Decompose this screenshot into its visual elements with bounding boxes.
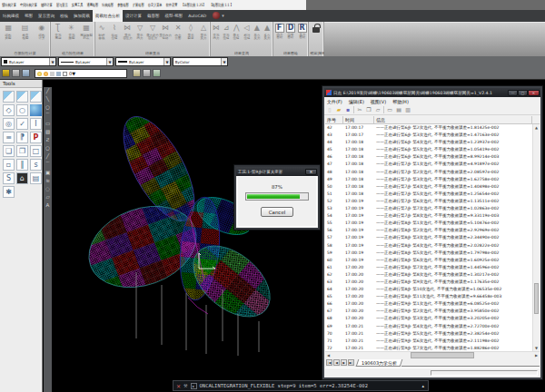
menu-item[interactable]: 自定义菜单 — [146, 3, 164, 7]
draw-tool-icon[interactable]: ╱ — [44, 87, 52, 95]
layer-isolate-icon[interactable] — [153, 69, 161, 77]
log-row[interactable]: 47 17:00:18 ——正在进行第7步 第1次迭代, 不平衡力收敛误差=4.… — [325, 161, 532, 168]
col-time[interactable]: 时间 — [343, 116, 374, 124]
log-row[interactable]: 57 17:00:19 ——正在进行第8步 第3次迭代, 不平衡力收敛误差=2.… — [325, 234, 532, 241]
log-row[interactable]: 46 17:00:18 ——正在进行第6步 第6次迭代, 不平衡力收敛误差=8.… — [325, 153, 532, 161]
ribbon-button[interactable]: ▦周期振型列表 — [78, 23, 94, 42]
menu-item[interactable]: 空间结构计算 — [18, 3, 39, 7]
last-tab-icon[interactable]: ▶| — [348, 359, 354, 366]
log-row[interactable]: 54 17:00:19 ——正在进行第7步 第8次迭代, 不平衡力收敛误差=9.… — [325, 212, 532, 220]
log-row[interactable]: 68 17:00:20 ——正在进行第9步 第3次迭代, 不平衡力收敛误差=3.… — [325, 315, 532, 322]
scrollbar-thumb[interactable] — [411, 352, 474, 358]
draw-tool-icon[interactable]: ╱ — [44, 152, 52, 161]
ribbon-button[interactable]: ▤检查模型 — [17, 23, 34, 42]
ribbon-button[interactable]: ◊显示挠度 — [184, 23, 197, 42]
log-row[interactable]: 49 17:00:18 ——正在进行第7步 第3次迭代, 不平衡力收敛误差=1.… — [325, 176, 532, 183]
log-row[interactable]: 53 17:00:19 ——正在进行第7步 第7次迭代, 不平衡力收敛误差=1.… — [325, 205, 532, 212]
ribbon-button[interactable]: ∿时程曲线 — [95, 23, 108, 42]
menu-item[interactable]: 软件设置 — [164, 3, 180, 7]
prev-tab-icon[interactable]: ◀ — [333, 359, 340, 366]
maximize-button[interactable]: ▢ — [518, 90, 528, 96]
expand-icon[interactable]: ▴ — [421, 383, 424, 388]
log-row[interactable]: 59 17:00:19 ——正在进行第8步 第5次迭代, 不平衡力收敛误差=1.… — [325, 250, 532, 257]
cut-icon[interactable]: ✂ — [356, 106, 363, 113]
palette-tool[interactable]: ◎ — [3, 118, 15, 130]
ribbon-button[interactable]: ▲多点反力 — [263, 23, 272, 42]
palette-tool[interactable]: ○ — [16, 104, 28, 116]
draw-tool-icon[interactable]: A — [44, 201, 52, 210]
command-bar[interactable]: ✕ ⚒ ▸ ONCALINTEGRATION_FLEXIBLE step=9 i… — [173, 380, 429, 391]
log-row[interactable]: 60 17:00:19 ——正在进行第8步 第6次迭代, 不平衡力收敛误差=1.… — [325, 257, 532, 264]
palette-tool[interactable]: s — [30, 159, 42, 171]
layer-tool-icon[interactable] — [12, 69, 20, 77]
new-icon[interactable]: ▯ — [326, 106, 333, 113]
ribbon-button[interactable]: D位移图绘 — [285, 23, 296, 41]
ribbon-tab[interactable]: 结构建模 — [0, 10, 22, 22]
menu-item[interactable]: 扩展绘图 — [131, 3, 146, 7]
col-message[interactable]: 信息 — [374, 116, 532, 124]
draw-tool-icon[interactable]: ▭ — [44, 120, 52, 128]
palette-tool[interactable]: ◇ — [3, 104, 15, 116]
palette-tool[interactable]: P — [30, 132, 42, 143]
palette-tool[interactable]: ‖ — [16, 159, 28, 171]
ribbon-button[interactable]: Ʈ查询周期 — [51, 23, 64, 42]
next-tab-icon[interactable]: ▶ — [341, 359, 347, 366]
drawing-canvas[interactable]: 工况:1-第9步计算大变形 ✕ 87% Cancel 日志 E:\2019项目\… — [52, 80, 545, 392]
ribbon-button[interactable]: ▽最大组合面应力 — [146, 23, 159, 42]
customize-icon[interactable]: ⚒ — [183, 383, 187, 388]
palette-tool[interactable]: □ — [30, 145, 42, 157]
ribbon-button[interactable]: F内力图绘 — [274, 23, 285, 41]
log-row[interactable]: 71 17:00:21 ——正在进行第9步 第6次迭代, 不平衡力收敛误差=2.… — [325, 338, 532, 345]
ribbon-tab[interactable]: 施加荷载 — [71, 10, 93, 22]
palette-tool[interactable]: ⁋ — [16, 132, 28, 143]
ribbon-button[interactable]: ⋈显示内力包络 — [159, 23, 172, 42]
log-row[interactable]: 72 17:00:21 ——正在进行第9步 第7次迭代, 不平衡力收敛误差=1.… — [325, 345, 532, 351]
help-icon[interactable] — [213, 12, 220, 19]
ribbon-button[interactable]: ⋀最大位移 — [232, 23, 242, 42]
log-row[interactable]: 48 17:00:18 ——正在进行第7步 第2次迭代, 不平衡力收敛误差=2.… — [325, 169, 532, 176]
menu-item[interactable]: 文件(F) — [327, 99, 342, 104]
log-row[interactable]: 69 17:00:21 ——正在进行第9步 第4次迭代, 不平衡力收敛误差=2.… — [325, 323, 532, 330]
draw-tool-icon[interactable]: ╲ — [44, 95, 52, 103]
cancel-button[interactable]: Cancel — [261, 207, 293, 217]
draw-tool-icon[interactable]: Ƨ — [44, 136, 52, 144]
print-icon[interactable]: ▭ — [386, 106, 393, 113]
tool-palette-title[interactable]: Tools — [0, 80, 42, 88]
ribbon-tab[interactable]: 设计计算 — [123, 10, 144, 22]
palette-tool[interactable]: ≡ — [3, 132, 15, 143]
menu-item[interactable]: 钢结构计算 — [0, 3, 18, 7]
draw-tool-icon[interactable]: ⌒ — [44, 161, 52, 169]
ribbon-button[interactable]: ◁相对位移 — [242, 23, 252, 42]
menu-item[interactable]: 层与显示 — [54, 3, 70, 7]
log-row[interactable]: 42 17:00:17 ——正在进行第6步 第2次迭代, 不平衡力收敛误差=1.… — [325, 124, 532, 132]
ribbon-button[interactable]: △显示反力 — [197, 23, 210, 42]
ribbon-button[interactable]: ▲单点反力 — [252, 23, 262, 42]
lineweight-combo[interactable]: ByLayer▼ — [115, 57, 171, 66]
ribbon-button[interactable]: ✳查询振型 — [64, 23, 78, 42]
draw-tool-icon[interactable]: ⌒ — [44, 112, 52, 120]
palette-tool[interactable]: ▫ — [3, 159, 15, 171]
layer-properties-icon[interactable] — [2, 69, 10, 77]
ribbon-button[interactable]: ⋈查询内力 — [211, 23, 221, 42]
palette-tool[interactable]: ✱ — [3, 186, 15, 198]
ribbon-tab[interactable]: 模型-视图 — [163, 10, 186, 22]
draw-tool-icon[interactable]: ○ — [44, 103, 52, 112]
ribbon-tab[interactable]: 荷载组合分析 — [93, 10, 123, 22]
draw-tool-icon[interactable]: ○ — [44, 144, 52, 152]
palette-tool[interactable] — [30, 104, 42, 116]
menu-item[interactable]: 帮助(H) — [392, 99, 409, 104]
ribbon-tab[interactable]: AutoCAD — [185, 10, 209, 22]
log-row[interactable]: 67 17:00:20 ——正在进行第9步 第2次迭代, 不平衡力收敛误差=3.… — [325, 308, 532, 315]
menu-item[interactable]: 结构绘图 — [100, 3, 115, 7]
log-row[interactable]: 43 17:00:17 ——正在进行第6步 第3次迭代, 不平衡力收敛误差=1.… — [325, 132, 532, 139]
layer-combo[interactable]: 0 ▼ — [35, 69, 127, 78]
close-button[interactable]: ✕ — [528, 90, 540, 96]
ribbon-button[interactable]: ⌇动画位移 — [108, 23, 121, 42]
close-icon[interactable]: ✕ — [305, 169, 317, 175]
menu-item[interactable]: 【绘图比例 1:1 】 — [208, 3, 235, 7]
ribbon-tab[interactable]: 校核 — [57, 10, 71, 22]
log-row[interactable]: 65 17:00:20 ——正在进行第8步 第11次迭代, 不平衡力收敛误差=9… — [325, 293, 532, 300]
minimize-button[interactable]: — — [508, 90, 518, 96]
horizontal-scrollbar[interactable]: ◀▶ — [325, 351, 540, 358]
log-row[interactable]: 66 17:00:20 ——正在进行第9步 第1次迭代, 不平衡力收敛误差=6.… — [325, 300, 532, 308]
